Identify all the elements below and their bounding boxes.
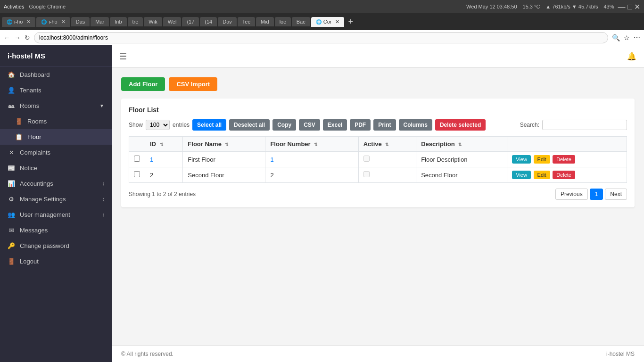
temp: 15.3 °C <box>523 4 540 9</box>
sidebar-item-complaints[interactable]: ✕ Complaints <box>0 145 112 160</box>
row2-view-button[interactable]: View <box>512 171 531 179</box>
browser-tab-6[interactable]: tre <box>128 17 143 26</box>
sidebar-item-rooms-header[interactable]: 🏘 Rooms ▼ <box>0 98 112 114</box>
row1-id-link[interactable]: 1 <box>150 156 153 163</box>
row2-checkbox[interactable] <box>134 171 140 177</box>
row1-delete-button[interactable]: Delete <box>553 155 575 164</box>
next-button[interactable]: Next <box>605 189 627 200</box>
active-header[interactable]: Active ⇅ <box>358 137 416 152</box>
browser-tab-7[interactable]: Wik <box>144 17 162 26</box>
window-controls[interactable]: — □ ✕ <box>618 2 640 11</box>
topbar: ☰ 🔔 <box>112 45 644 68</box>
row1-floor-number-link[interactable]: 1 <box>270 156 273 163</box>
search-box: Search: <box>520 120 627 130</box>
accountings-icon: 📊 <box>8 180 15 187</box>
sidebar-item-manage-settings[interactable]: ⚙ Manage Settings 〈 <box>0 191 112 207</box>
floor-table: ID ⇅ Floor Name ⇅ Floor Number ⇅ Active … <box>129 136 627 183</box>
forward-button[interactable]: → <box>14 34 21 41</box>
sidebar-item-logout[interactable]: 🚪 Logout <box>0 254 112 269</box>
url-input[interactable] <box>34 32 608 43</box>
row1-view-button[interactable]: View <box>512 155 531 164</box>
browser-tab-16[interactable]: 🌐 Cor ✕ <box>311 17 345 27</box>
browser-tab-9[interactable]: (17 <box>182 17 199 26</box>
sidebar-item-change-password[interactable]: 🔑 Change password <box>0 238 112 254</box>
previous-button[interactable]: Previous <box>555 189 588 200</box>
row2-delete-button[interactable]: Delete <box>553 171 575 179</box>
floor-number-header[interactable]: Floor Number ⇅ <box>265 137 358 152</box>
floor-name-header[interactable]: Floor Name ⇅ <box>183 137 265 152</box>
id-header[interactable]: ID ⇅ <box>145 137 183 152</box>
search-input[interactable] <box>542 120 627 130</box>
row1-edit-button[interactable]: Edit <box>534 155 550 164</box>
browser-tab-8[interactable]: Wel <box>163 17 182 26</box>
sidebar-item-messages[interactable]: ✉ Messages <box>0 222 112 238</box>
reload-button[interactable]: ↻ <box>25 34 30 41</box>
table-controls: Show 100 25 50 entries Select all Desele… <box>129 119 627 131</box>
table-footer: Showing 1 to 2 of 2 entries Previous 1 N… <box>129 189 627 200</box>
sidebar-brand: i-hostel MS <box>0 45 112 67</box>
select-all-button[interactable]: Select all <box>192 119 226 131</box>
browser-tab-5[interactable]: Inb <box>110 17 126 26</box>
search-icon[interactable]: 🔍 <box>612 34 620 41</box>
sidebar-item-rooms-sub[interactable]: 🚪 Rooms <box>0 114 112 129</box>
extensions-icon[interactable]: ⋯ <box>634 34 640 41</box>
showing-text: Showing 1 to 2 of 2 entries <box>129 191 196 197</box>
row2-edit-button[interactable]: Edit <box>534 171 550 179</box>
bookmark-icon[interactable]: ☆ <box>624 34 630 41</box>
browser-tab-1[interactable]: 🌐 i-ho ✕ <box>2 17 35 27</box>
sidebar-item-notice-label: Notice <box>20 165 37 172</box>
browser-tab-10[interactable]: (14 <box>200 17 217 26</box>
delete-selected-button[interactable]: Delete selected <box>435 119 486 131</box>
select-all-checkbox-header <box>129 137 145 152</box>
row1-floor-number: 1 <box>265 152 358 167</box>
activities-label: Activities <box>4 4 24 9</box>
add-floor-button[interactable]: Add Floor <box>121 77 165 91</box>
browser-tab-12[interactable]: Tec <box>238 17 255 26</box>
description-header[interactable]: Description ⇅ <box>416 137 507 152</box>
csv-button[interactable]: CSV <box>299 119 320 131</box>
menu-toggle-icon[interactable]: ☰ <box>119 51 127 62</box>
row1-floor-name: First Floor <box>183 152 265 167</box>
deselect-all-button[interactable]: Deselect all <box>229 119 270 131</box>
excel-button[interactable]: Excel <box>323 119 347 131</box>
browser-tab-3[interactable]: Das <box>71 17 90 26</box>
browser-tab-15[interactable]: Bac <box>292 17 310 26</box>
sidebar-item-floor[interactable]: 📋 Floor <box>0 129 112 145</box>
entries-label: entries <box>173 122 190 128</box>
row1-checkbox-cell <box>129 152 145 167</box>
back-button[interactable]: ← <box>4 34 10 41</box>
sidebar-item-tenants-label: Tenants <box>20 87 41 94</box>
settings-arrow-icon: 〈 <box>103 197 104 202</box>
row2-id: 2 <box>145 167 183 183</box>
sidebar-item-dashboard[interactable]: 🏠 Dashboard <box>0 67 112 82</box>
browser-tab-13[interactable]: Mid <box>256 17 274 26</box>
copy-button[interactable]: Copy <box>272 119 296 131</box>
browser-tab-2[interactable]: 🌐 i-ho ✕ <box>36 17 70 27</box>
sidebar-item-accountings[interactable]: 📊 Accountings 〈 <box>0 176 112 191</box>
floor-list-card: Floor List Show 100 25 50 entries Select… <box>121 99 635 207</box>
browser-name: Google Chrome <box>29 4 66 9</box>
row1-active <box>358 152 416 167</box>
table-row: 2 Second Floor 2 Second Floor View Edit … <box>129 167 627 183</box>
print-button[interactable]: Print <box>373 119 396 131</box>
pdf-button[interactable]: PDF <box>350 119 371 131</box>
csv-import-button[interactable]: CSV Import <box>169 77 217 91</box>
sidebar-item-notice[interactable]: 📰 Notice <box>0 160 112 176</box>
sidebar-item-messages-label: Messages <box>20 227 48 234</box>
sidebar-item-tenants[interactable]: 👤 Tenants <box>0 82 112 98</box>
browser-tab-14[interactable]: loc <box>275 17 291 26</box>
content-area: Add Floor CSV Import Floor List Show 100… <box>112 68 644 346</box>
footer-brand: i-hostel MS <box>606 351 635 357</box>
columns-button[interactable]: Columns <box>399 119 432 131</box>
browser-tab-11[interactable]: Dav <box>218 17 237 26</box>
row1-checkbox[interactable] <box>134 156 140 162</box>
page-1-button[interactable]: 1 <box>590 189 603 200</box>
entries-select[interactable]: 100 25 50 <box>146 120 170 130</box>
bell-icon[interactable]: 🔔 <box>627 52 636 61</box>
new-tab-button[interactable]: + <box>348 17 353 27</box>
browser-tab-4[interactable]: Mar <box>91 17 109 26</box>
sidebar-item-change-password-label: Change password <box>20 242 69 249</box>
row1-actions: View Edit Delete <box>507 152 627 167</box>
sidebar: i-hostel MS 🏠 Dashboard 👤 Tenants 🏘 Room… <box>0 45 112 362</box>
sidebar-item-user-management[interactable]: 👥 User management 〈 <box>0 207 112 222</box>
